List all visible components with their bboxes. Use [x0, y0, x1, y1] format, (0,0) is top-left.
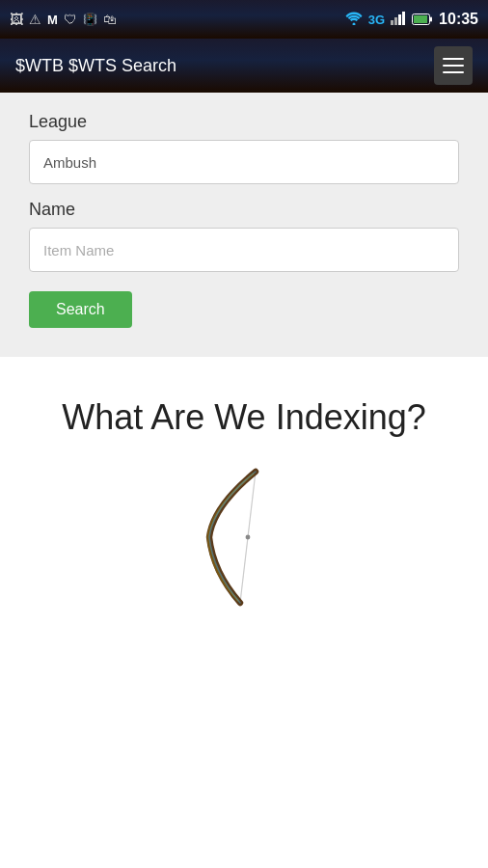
time-display: 10:35 [439, 11, 478, 28]
name-field-group: Name [29, 200, 459, 272]
shield-icon: 🛡 [64, 12, 77, 27]
wifi-icon [345, 12, 363, 28]
indexing-title: What Are We Indexing? [62, 395, 426, 441]
content-section: What Are We Indexing? [0, 357, 488, 868]
svg-rect-6 [414, 15, 427, 23]
menu-button[interactable] [434, 46, 473, 85]
battery-icon [412, 12, 433, 28]
search-form-section: League Name Search [0, 93, 488, 357]
gmail-icon: M [47, 13, 58, 27]
app-header: $WTB $WTS Search [0, 39, 488, 93]
signal-icon [391, 12, 406, 28]
svg-rect-2 [394, 17, 397, 25]
bow-image-container [19, 460, 469, 614]
svg-rect-7 [430, 16, 432, 21]
status-icons-left: 🖼 ⚠ M 🛡 📳 🛍 [10, 12, 117, 27]
app-title: $WTB $WTS Search [15, 56, 176, 76]
search-button[interactable]: Search [29, 291, 132, 328]
svg-point-0 [352, 22, 355, 25]
svg-point-9 [246, 534, 251, 539]
league-input[interactable] [29, 140, 459, 184]
bag-icon: 🛍 [103, 12, 117, 27]
svg-rect-4 [402, 12, 405, 25]
status-info-right: 3G 10:35 [345, 11, 478, 28]
warning-icon: ⚠ [29, 12, 41, 27]
svg-rect-1 [391, 20, 393, 25]
name-label: Name [29, 200, 459, 220]
svg-rect-3 [398, 14, 401, 25]
item-name-input[interactable] [29, 228, 459, 272]
hamburger-line-1 [443, 58, 464, 60]
voicemail-icon: 📳 [83, 13, 97, 26]
bow-image [186, 460, 302, 614]
status-bar: 🖼 ⚠ M 🛡 📳 🛍 3G [0, 0, 488, 39]
image-icon: 🖼 [10, 12, 23, 27]
hamburger-line-3 [443, 71, 464, 73]
league-field-group: League [29, 112, 459, 184]
network-label: 3G [368, 13, 385, 27]
hamburger-line-2 [443, 65, 464, 67]
league-label: League [29, 112, 459, 132]
